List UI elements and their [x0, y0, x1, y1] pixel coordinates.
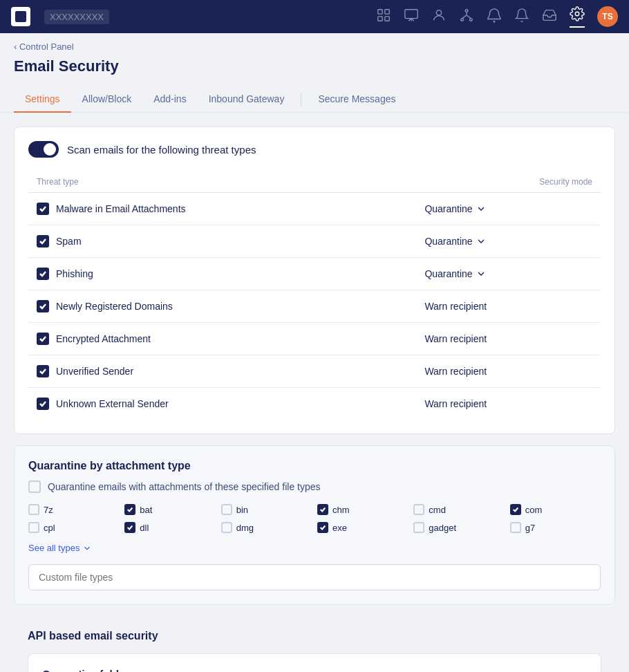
table-row: Newly Registered Domains Warn recipient [28, 290, 601, 323]
tab-settings[interactable]: Settings [14, 86, 71, 113]
threat-checkbox-0[interactable] [37, 203, 49, 215]
page-title: Email Security [14, 57, 615, 75]
api-section-bg: Quarantine folder Blocked emails will be… [14, 653, 615, 672]
custom-file-input[interactable] [28, 564, 601, 590]
file-type-checkbox-10[interactable] [413, 522, 424, 533]
alert-icon[interactable] [487, 8, 502, 26]
file-type-label: com [525, 505, 543, 515]
file-type-label: gadget [429, 523, 456, 533]
file-type-checkbox-0[interactable] [28, 504, 39, 515]
file-type-item: cpl [28, 522, 119, 533]
file-type-label: 7z [44, 505, 53, 515]
file-type-checkbox-3[interactable] [317, 504, 328, 515]
table-row: Unknown External Sender Warn recipient [28, 388, 601, 420]
table-row: Unverified Sender Warn recipient [28, 355, 601, 388]
file-type-checkbox-11[interactable] [510, 522, 521, 533]
file-type-checkbox-7[interactable] [124, 522, 135, 533]
file-type-label: g7 [525, 523, 535, 533]
file-type-item: gadget [413, 522, 504, 533]
security-mode-5: Warn recipient [424, 366, 592, 377]
security-mode-0[interactable]: Quarantine [424, 203, 592, 214]
security-mode-3: Warn recipient [424, 301, 592, 312]
security-mode-1[interactable]: Quarantine [424, 236, 592, 247]
threat-label: Phishing [56, 268, 93, 279]
quarantine-main-checkbox[interactable] [28, 480, 41, 493]
svg-rect-1 [385, 9, 389, 13]
tab-allowblock[interactable]: Allow/Block [71, 86, 143, 113]
app-name: XXXXXXXXX [44, 10, 109, 24]
tab-inbound-gateway[interactable]: Inbound Gateway [198, 86, 296, 113]
tab-secure-messages[interactable]: Secure Messages [307, 86, 406, 113]
threat-checkbox-3[interactable] [37, 300, 49, 312]
file-type-item: dmg [221, 522, 312, 533]
security-mode-label: Warn recipient [424, 366, 487, 377]
file-type-checkbox-8[interactable] [221, 522, 232, 533]
chevron-down-icon [82, 543, 92, 553]
threat-label: Encrypted Attachment [56, 333, 151, 344]
threat-section-card: Scan emails for the following threat typ… [14, 127, 615, 434]
quarantine-title: Quarantine by attachment type [28, 460, 601, 472]
security-mode-label: Quarantine [424, 236, 472, 247]
topnav: XXXXXXXXX TS [0, 0, 629, 33]
security-mode-label: Warn recipient [424, 398, 487, 409]
threat-label: Unverified Sender [56, 366, 133, 377]
file-type-checkbox-5[interactable] [510, 504, 521, 515]
file-type-checkbox-4[interactable] [413, 504, 424, 515]
file-type-grid: 7zbatbinchmcmdcomcpldlldmgexegadgetg7 [28, 504, 601, 533]
page-header: Email Security [0, 55, 629, 86]
monitor-icon[interactable] [404, 8, 419, 26]
file-type-item: exe [317, 522, 408, 533]
reports-icon[interactable] [376, 8, 391, 26]
file-type-label: bat [140, 505, 152, 515]
threat-row-label: Spam [37, 235, 408, 248]
file-type-checkbox-2[interactable] [221, 504, 232, 515]
threat-checkbox-2[interactable] [37, 268, 49, 280]
file-type-item: bat [124, 504, 215, 515]
see-all-types-button[interactable]: See all types [28, 543, 92, 553]
app-logo[interactable] [11, 7, 30, 26]
scan-toggle[interactable] [28, 141, 59, 158]
threat-checkbox-5[interactable] [37, 365, 49, 377]
quarantine-main-checkbox-row: Quarantine emails with attachments of th… [28, 480, 601, 493]
threat-table: Threat type Security mode Malware in Ema… [28, 171, 601, 420]
svg-point-14 [575, 12, 579, 16]
breadcrumb[interactable]: ‹ Control Panel [0, 33, 629, 55]
svg-line-11 [462, 15, 467, 19]
file-type-label: cmd [429, 505, 446, 515]
inbox-icon[interactable] [542, 8, 557, 26]
security-mode-2[interactable]: Quarantine [424, 268, 592, 279]
threat-label: Spam [56, 236, 82, 247]
bell-icon[interactable] [514, 8, 529, 26]
settings-icon[interactable] [570, 6, 585, 28]
file-type-checkbox-1[interactable] [124, 504, 135, 515]
quarantine-folder-card: Quarantine folder Blocked emails will be… [28, 653, 601, 672]
file-type-label: bin [236, 505, 248, 515]
file-type-item: com [510, 504, 601, 515]
threat-label: Malware in Email Attachments [56, 203, 186, 214]
security-mode-label: Quarantine [424, 203, 472, 214]
sitemap-icon[interactable] [459, 8, 474, 26]
topnav-icons: TS [376, 6, 618, 28]
security-mode-label: Warn recipient [424, 301, 487, 312]
threat-checkbox-1[interactable] [37, 235, 49, 248]
svg-point-9 [470, 18, 473, 21]
threat-checkbox-6[interactable] [37, 398, 49, 410]
scan-toggle-row: Scan emails for the following threat typ… [28, 141, 601, 158]
threat-checkbox-4[interactable] [37, 333, 49, 345]
table-row: Encrypted Attachment Warn recipient [28, 323, 601, 355]
quarantine-main-label: Quarantine emails with attachments of th… [48, 481, 321, 492]
svg-rect-4 [405, 9, 417, 18]
table-row: Spam Quarantine [28, 225, 601, 258]
table-row: Phishing Quarantine [28, 258, 601, 290]
api-section: API based email security Quarantine fold… [14, 616, 615, 672]
avatar[interactable]: TS [597, 6, 618, 27]
file-type-item: cmd [413, 504, 504, 515]
threat-row-label: Unknown External Sender [37, 398, 408, 410]
svg-point-7 [465, 9, 468, 12]
user-icon[interactable] [431, 8, 447, 26]
tab-addins[interactable]: Add-ins [142, 86, 197, 113]
threat-row-label: Phishing [37, 268, 408, 280]
file-type-checkbox-6[interactable] [28, 522, 39, 533]
file-type-checkbox-9[interactable] [317, 522, 328, 533]
threat-label: Unknown External Sender [56, 398, 169, 409]
